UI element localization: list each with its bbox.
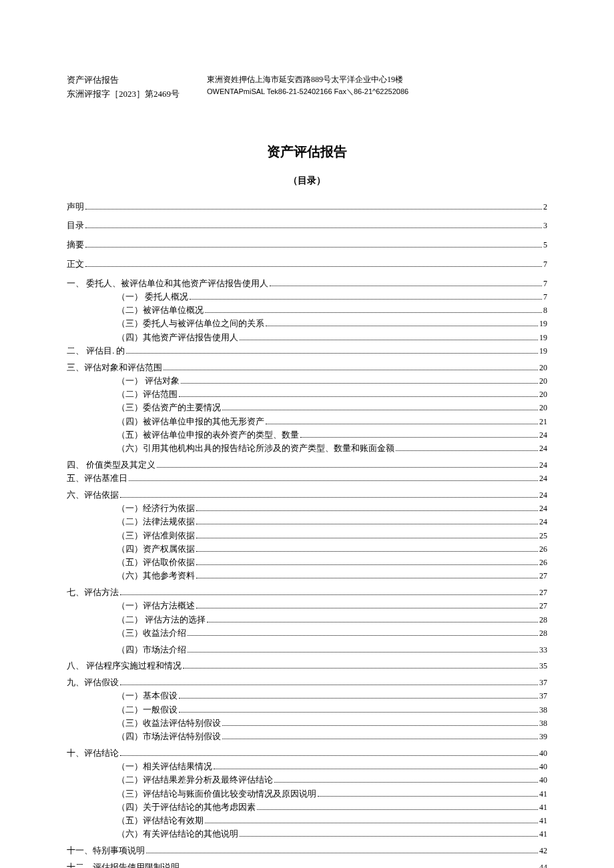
- toc-page-number: 24: [539, 472, 547, 484]
- toc-entry-label: （三）评估结论与账面价值比较变动情况及原因说明: [117, 788, 316, 801]
- toc-row: （一）经济行为依据24: [67, 502, 547, 515]
- toc-page-number: 35: [539, 660, 547, 672]
- toc-page-number: 24: [539, 516, 547, 528]
- toc-leader-dots: [146, 853, 538, 853]
- toc-leader-dots: [240, 340, 538, 340]
- toc-entry-label: 一、 委托人、被评估单位和其他资产评估报告使用人: [67, 278, 268, 290]
- page-subtitle: （目录）: [67, 173, 547, 187]
- toc-entry-label: （二）一般假设: [117, 704, 178, 717]
- toc-entry-label: （二）被评估单位概况: [117, 304, 204, 317]
- toc-leader-dots: [196, 551, 538, 552]
- toc-leader-dots: [222, 410, 538, 410]
- toc-row: （三）收益法评估特别假设38: [67, 717, 547, 730]
- toc-row: 正文7: [67, 258, 547, 271]
- toc-page-number: 38: [539, 717, 547, 729]
- toc-page-number: 19: [539, 318, 547, 330]
- toc-row: （二）评估范围20: [67, 388, 547, 401]
- toc-row: （一） 委托人概况7: [67, 291, 547, 304]
- toc-leader-dots: [222, 739, 538, 739]
- toc-leader-dots: [240, 836, 538, 837]
- toc-entry-label: 声明: [67, 201, 84, 213]
- report-number: 东洲评报字［2023］第2469号: [67, 87, 200, 101]
- toc-page-number: 3: [543, 220, 547, 232]
- toc-entry-label: 十一、特别事项说明: [67, 845, 145, 857]
- toc-row: 九、评估假设37: [67, 677, 547, 689]
- toc-entry-label: 五、评估基准日: [67, 472, 127, 485]
- toc-leader-dots: [300, 437, 538, 438]
- toc-entry-label: （四）其他资产评估报告使用人: [117, 332, 238, 344]
- toc-page-number: 20: [539, 375, 547, 387]
- toc-leader-dots: [207, 622, 538, 622]
- toc-leader-dots: [222, 725, 538, 726]
- toc-row: （一）评估方法概述27: [67, 600, 547, 612]
- toc-entry-label: （四）市场法介绍: [117, 644, 186, 657]
- toc-page-number: 26: [539, 556, 547, 568]
- toc-leader-dots: [188, 652, 538, 653]
- toc-row: （一）基本假设37: [67, 690, 547, 703]
- toc-entry-label: （一） 委托人概况: [117, 291, 188, 304]
- toc-row: 十二、评估报告使用限制说明44: [67, 861, 547, 868]
- toc-entry-label: 三、评估对象和评估范围: [67, 362, 162, 374]
- toc-row: （二）评估结果差异分析及最终评估结论40: [67, 774, 547, 787]
- toc-row: 二、 评估目. 的19: [67, 345, 547, 358]
- toc-row: 声明2: [67, 201, 547, 213]
- toc-page-number: 27: [539, 570, 547, 582]
- toc-row: 十、评估结论40: [67, 747, 547, 760]
- toc-page-number: 37: [539, 690, 547, 702]
- toc-row: （四）资产权属依据26: [67, 543, 547, 556]
- toc-leader-dots: [85, 247, 542, 248]
- toc-leader-dots: [157, 467, 538, 468]
- toc-row: 十一、特别事项说明42: [67, 845, 547, 857]
- toc-entry-label: （五）评估结论有效期: [117, 815, 204, 827]
- toc-leader-dots: [196, 564, 538, 565]
- toc-entry-label: （二）评估结果差异分析及最终评估结论: [117, 774, 273, 787]
- toc-row: （一） 评估对象20: [67, 375, 547, 388]
- toc-row: （六）有关评估结论的其他说明41: [67, 828, 547, 841]
- toc-entry-label: （一）评估方法概述: [117, 600, 195, 612]
- toc-entry-label: （二） 评估方法的选择: [117, 614, 206, 626]
- header-left-block: 资产评估报告 东洲评报字［2023］第2469号: [67, 73, 200, 101]
- toc-row: （二）法律法规依据24: [67, 516, 547, 528]
- toc-row: （三）评估准则依据25: [67, 530, 547, 542]
- toc-page-number: 28: [539, 627, 547, 639]
- toc-entry-label: （三）收益法介绍: [117, 627, 186, 640]
- toc-row: （五）评估取价依据26: [67, 556, 547, 569]
- toc-leader-dots: [183, 668, 538, 669]
- toc-page-number: 40: [539, 747, 547, 759]
- toc-leader-dots: [266, 424, 538, 424]
- toc-leader-dots: [120, 755, 538, 756]
- toc-leader-dots: [120, 685, 538, 685]
- toc-page-number: 25: [539, 530, 547, 542]
- toc-leader-dots: [181, 383, 538, 384]
- toc-page-number: 20: [539, 362, 547, 374]
- toc-leader-dots: [318, 796, 538, 797]
- toc-row: （五）被评估单位申报的表外资产的类型、数量24: [67, 429, 547, 442]
- toc-leader-dots: [274, 782, 538, 783]
- toc-page-number: 41: [539, 828, 547, 840]
- toc-row: （三）委托人与被评估单位之间的关系19: [67, 318, 547, 330]
- toc-page-number: 21: [539, 416, 547, 428]
- toc-page-number: 40: [539, 774, 547, 786]
- toc-entry-label: （六）引用其他机构出具的报告结论所涉及的资产类型、数量和账面金额: [117, 442, 394, 455]
- toc-leader-dots: [164, 370, 538, 370]
- toc-row: 七、评估方法27: [67, 586, 547, 599]
- toc-row: （四）其他资产评估报告使用人19: [67, 332, 547, 344]
- toc-entry-label: 四、 价值类型及其定义: [67, 459, 156, 472]
- toc-leader-dots: [85, 266, 542, 267]
- toc-leader-dots: [196, 538, 538, 538]
- toc-entry-label: （三）收益法评估特别假设: [117, 717, 221, 730]
- header-right-block: 東洲资姓押估上海市延安西路889号太平洋企业中心19楼 OWENTAPmiSAL…: [200, 73, 547, 101]
- toc-page-number: 39: [539, 731, 547, 743]
- toc-row: 五、评估基准日24: [67, 472, 547, 485]
- toc-row: （五）评估结论有效期41: [67, 815, 547, 827]
- toc-page-number: 24: [539, 442, 547, 454]
- toc-page-number: 24: [539, 429, 547, 441]
- toc-row: （四）市场法评估特别假设39: [67, 731, 547, 743]
- toc-leader-dots: [188, 635, 538, 636]
- company-address: 東洲资姓押估上海市延安西路889号太平洋企业中心19楼: [207, 73, 547, 86]
- toc-page-number: 20: [539, 402, 547, 414]
- toc-leader-dots: [126, 353, 538, 354]
- toc-entry-label: （三）委估资产的主要情况: [117, 402, 221, 414]
- toc-leader-dots: [196, 510, 538, 511]
- toc-entry-label: 七、评估方法: [67, 586, 119, 599]
